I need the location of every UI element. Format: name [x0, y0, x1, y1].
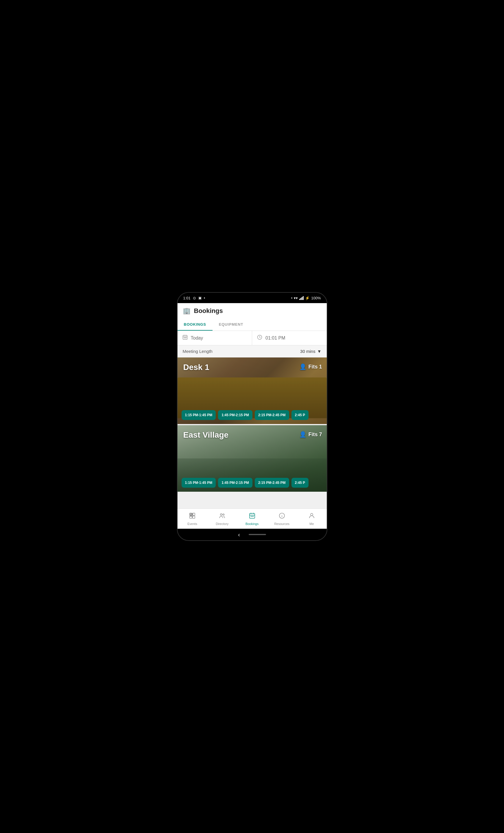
time-value: 01:01 PM — [265, 335, 285, 341]
slot-east-2[interactable]: 2:15 PM-2:45 PM — [255, 478, 289, 487]
room-name-east-village: East Village — [183, 430, 229, 439]
nav-events-label: Events — [187, 522, 197, 526]
status-bar: 1:01 ⊙ ▣ • • ▾▾ ⚡ 100% — [177, 293, 327, 303]
nav-events[interactable]: Events — [177, 509, 207, 529]
meeting-length-value: 30 mins — [300, 349, 315, 354]
slot-east-3[interactable]: 2:45 P — [291, 478, 309, 487]
nav-bookings-label: Bookings — [245, 522, 259, 526]
time-slots-east-village: 1:15 PM-1:45 PM 1:45 PM-2:15 PM 2:15 PM-… — [177, 478, 327, 487]
capacity-text-desk1: Fits 1 — [308, 364, 322, 370]
spotify-icon: ⊙ — [193, 296, 196, 300]
room-capacity-east-village: 👤 Fits 7 — [299, 431, 322, 438]
svg-rect-18 — [251, 516, 251, 517]
slot-desk1-1[interactable]: 1:45 PM-2:15 PM — [218, 410, 253, 420]
battery-percent: 100% — [311, 296, 321, 300]
svg-rect-0 — [183, 335, 187, 339]
nav-me-label: Me — [309, 522, 314, 526]
date-value: Today — [191, 335, 203, 341]
slot-east-0[interactable]: 1:15 PM-1:45 PM — [182, 478, 216, 487]
bookings-icon — [249, 512, 256, 521]
slot-desk1-0[interactable]: 1:15 PM-1:45 PM — [182, 410, 216, 420]
capacity-text-east-village: Fits 7 — [308, 431, 322, 437]
tab-equipment[interactable]: EQUIPMENT — [213, 319, 249, 331]
home-indicator[interactable] — [249, 534, 266, 535]
meeting-length-row: Meeting Length 30 mins ▼ — [177, 346, 327, 357]
meeting-length-label: Meeting Length — [183, 349, 213, 354]
svg-rect-4 — [184, 337, 185, 338]
building-icon: 🏢 — [183, 307, 191, 315]
svg-point-12 — [220, 514, 222, 516]
svg-rect-14 — [249, 514, 255, 518]
slot-desk1-2[interactable]: 2:15 PM-2:45 PM — [255, 410, 289, 420]
svg-point-24 — [311, 514, 313, 516]
page-title: Bookings — [194, 307, 223, 315]
time-slots-desk1: 1:15 PM-1:45 PM 1:45 PM-2:15 PM 2:15 PM-… — [177, 410, 327, 420]
signal-bars — [299, 296, 304, 300]
person-icon-desk1: 👤 — [299, 363, 307, 370]
clock-icon — [257, 334, 263, 341]
slot-east-1[interactable]: 1:45 PM-2:15 PM — [218, 478, 253, 487]
room-name-desk1: Desk 1 — [183, 363, 209, 372]
time-picker[interactable]: 01:01 PM — [252, 331, 327, 345]
resources-icon — [279, 512, 285, 521]
status-dot: • — [204, 296, 205, 300]
svg-point-13 — [223, 514, 224, 515]
me-icon — [308, 512, 315, 521]
bottom-nav: Events Directory — [177, 508, 327, 529]
datetime-row: Today 01:01 PM — [177, 331, 327, 346]
photo-icon: ▣ — [198, 296, 201, 300]
device-frame: 1:01 ⊙ ▣ • • ▾▾ ⚡ 100% 🏢 Bookings BOOKIN… — [177, 292, 327, 541]
person-icon-east-village: 👤 — [299, 431, 307, 438]
chevron-down-icon: ▼ — [317, 349, 321, 354]
room-capacity-desk1: 👤 Fits 1 — [299, 363, 322, 370]
wifi-icon: ▾▾ — [294, 296, 298, 300]
system-bar: ‹ — [177, 529, 327, 540]
app-header: 🏢 Bookings — [177, 303, 327, 319]
nav-directory[interactable]: Directory — [207, 509, 237, 529]
events-icon — [189, 512, 196, 521]
nav-bookings[interactable]: Bookings — [237, 509, 267, 529]
svg-rect-6 — [186, 337, 187, 338]
nav-resources-label: Resources — [274, 522, 289, 526]
directory-icon — [219, 512, 225, 521]
back-button[interactable]: ‹ — [238, 531, 240, 538]
rooms-list: Desk 1 👤 Fits 1 1:15 PM-1:45 PM 1:45 PM-… — [177, 357, 327, 508]
nav-directory-label: Directory — [216, 522, 229, 526]
date-picker[interactable]: Today — [177, 331, 253, 345]
room-card-east-village[interactable]: East Village 👤 Fits 7 1:15 PM-1:45 PM 1:… — [177, 425, 327, 492]
room-card-desk1[interactable]: Desk 1 👤 Fits 1 1:15 PM-1:45 PM 1:45 PM-… — [177, 357, 327, 424]
svg-rect-20 — [253, 516, 254, 517]
tab-bookings[interactable]: BOOKINGS — [177, 319, 213, 331]
svg-rect-19 — [251, 516, 253, 517]
tabs-container: BOOKINGS EQUIPMENT — [177, 319, 327, 331]
svg-rect-5 — [185, 337, 186, 338]
battery-icon: ⚡ — [305, 296, 310, 300]
calendar-icon — [182, 334, 188, 341]
nav-me[interactable]: Me — [297, 509, 327, 529]
status-dot-right: • — [291, 296, 293, 300]
meeting-length-selector[interactable]: 30 mins ▼ — [300, 349, 321, 354]
status-time: 1:01 — [183, 296, 191, 300]
nav-resources[interactable]: Resources — [267, 509, 297, 529]
slot-desk1-3[interactable]: 2:45 P — [291, 410, 309, 420]
